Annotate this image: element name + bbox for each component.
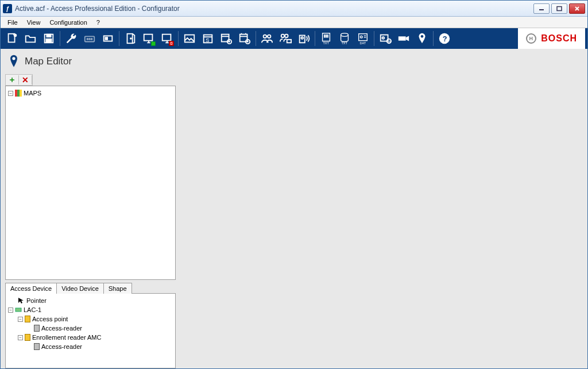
svg-point-41 — [360, 36, 362, 38]
svg-point-32 — [326, 35, 326, 36]
add-map-button[interactable]: ＋ — [6, 75, 18, 85]
id-dat-icon[interactable]: DAT — [354, 30, 372, 47]
svg-rect-14 — [144, 34, 153, 41]
svg-point-31 — [324, 35, 325, 36]
reader-icon[interactable] — [99, 30, 117, 47]
reader-icon — [34, 343, 40, 350]
svg-point-29 — [301, 37, 303, 39]
svg-point-25 — [281, 34, 285, 37]
brand-logo: HBOSCH — [518, 28, 585, 49]
alert-badge: 0 — [169, 41, 174, 46]
map-pin-section-icon — [9, 55, 19, 68]
cursor-icon — [18, 297, 25, 304]
device-tabs: Access Device Video Device Shape — [5, 282, 176, 293]
menu-view[interactable]: View — [22, 18, 45, 27]
map-canvas[interactable] — [176, 49, 587, 368]
lac-label: LAC-1 — [24, 306, 41, 313]
badge-w-icon[interactable]: W — [376, 30, 394, 47]
svg-point-8 — [89, 39, 90, 40]
tab-shape[interactable]: Shape — [103, 283, 132, 294]
svg-point-34 — [324, 37, 325, 37]
users-icon[interactable] — [258, 30, 276, 47]
svg-point-23 — [264, 35, 267, 39]
calendar-clock-icon[interactable] — [217, 30, 235, 47]
svg-rect-27 — [287, 40, 291, 43]
svg-text:S: S — [206, 37, 209, 43]
device-access-point[interactable]: − Access point — [8, 314, 173, 324]
collapse-icon[interactable]: − — [8, 308, 13, 313]
svg-point-36 — [327, 37, 328, 37]
calendar-clock2-icon[interactable] — [235, 30, 254, 47]
left-pane: Map Editor ＋ ✕ − MAPS Access Device Vide… — [1, 49, 176, 368]
ap-label: Access point — [32, 316, 68, 322]
section-title: Map Editor — [25, 56, 72, 67]
close-button[interactable] — [569, 3, 585, 14]
device-access-reader-2[interactable]: Access-reader — [8, 342, 173, 351]
menu-file[interactable]: File — [3, 18, 22, 27]
maximize-button[interactable] — [551, 3, 567, 14]
collapse-icon[interactable]: − — [18, 335, 23, 340]
maps-root-node[interactable]: − MAPS — [8, 89, 173, 98]
tab-access-device[interactable]: Access Device — [5, 283, 57, 294]
svg-rect-5 — [46, 39, 51, 43]
menu-configuration[interactable]: Configuration — [45, 18, 91, 27]
menu-bar: File View Configuration ? — [1, 17, 587, 28]
door-icon — [25, 316, 30, 322]
badge-wave-icon[interactable] — [295, 30, 313, 47]
image-icon[interactable] — [180, 30, 199, 47]
minimize-button[interactable] — [533, 3, 550, 14]
svg-text:TXT: TXT — [323, 41, 330, 45]
device-access-reader-1[interactable]: Access-reader — [8, 324, 173, 333]
device-pointer[interactable]: Pointer — [8, 296, 173, 305]
svg-point-7 — [87, 39, 88, 40]
controller-icon[interactable] — [80, 30, 99, 47]
section-header: Map Editor — [5, 52, 176, 74]
open-icon[interactable] — [21, 30, 40, 47]
svg-rect-52 — [16, 308, 21, 312]
svg-point-24 — [268, 35, 271, 39]
window-title: Active.acf - Access Professional Edition… — [15, 5, 533, 13]
reader-icon — [34, 325, 40, 332]
keypad-txt-icon[interactable]: TXT — [317, 30, 335, 47]
collapse-icon[interactable]: − — [18, 317, 23, 322]
camera-icon[interactable] — [394, 30, 413, 47]
svg-point-51 — [12, 57, 15, 60]
svg-point-44 — [382, 37, 385, 39]
main-toolbar: 0 S TXT TXT DAT W ? HBOSCH — [1, 28, 587, 49]
pointer-label: Pointer — [26, 297, 47, 304]
delete-map-button[interactable]: ✕ — [19, 75, 32, 85]
wrench-icon[interactable] — [62, 30, 80, 47]
svg-point-13 — [130, 38, 131, 39]
app-icon: ƒ — [3, 4, 12, 13]
device-tree[interactable]: Pointer − LAC-1 − Access point Access-re… — [5, 293, 176, 368]
maps-tree[interactable]: − MAPS — [5, 86, 176, 280]
svg-point-33 — [327, 35, 328, 36]
svg-point-26 — [285, 34, 288, 37]
users-card-icon[interactable] — [276, 30, 295, 47]
controller-icon — [15, 306, 22, 313]
svg-text:TXT: TXT — [342, 41, 348, 45]
ar2-label: Access-reader — [41, 343, 82, 350]
svg-text:DAT: DAT — [360, 41, 366, 45]
menu-help[interactable]: ? — [92, 18, 105, 27]
device-lac[interactable]: − LAC-1 — [8, 305, 173, 314]
svg-rect-15 — [163, 34, 171, 41]
tab-video-device[interactable]: Video Device — [56, 283, 104, 294]
monitor-alert-icon[interactable]: 0 — [158, 30, 176, 47]
save-icon[interactable] — [40, 30, 58, 47]
maps-icon — [15, 90, 22, 97]
schedule-s-icon[interactable]: S — [199, 30, 217, 47]
new-icon[interactable] — [3, 30, 21, 47]
svg-point-38 — [341, 33, 349, 37]
monitor-add-icon[interactable] — [140, 30, 158, 47]
device-enrollment-reader[interactable]: − Enrollement reader AMC — [8, 333, 173, 342]
titlebar: ƒ Active.acf - Access Professional Editi… — [1, 1, 587, 17]
collapse-icon[interactable]: − — [8, 91, 13, 96]
svg-point-48 — [421, 35, 424, 38]
db-txt-icon[interactable]: TXT — [335, 30, 354, 47]
svg-text:?: ? — [443, 34, 447, 43]
content-area: Map Editor ＋ ✕ − MAPS Access Device Vide… — [1, 49, 587, 368]
door-icon[interactable] — [121, 30, 140, 47]
help-icon[interactable]: ? — [435, 30, 454, 47]
map-pin-icon[interactable] — [413, 30, 431, 47]
